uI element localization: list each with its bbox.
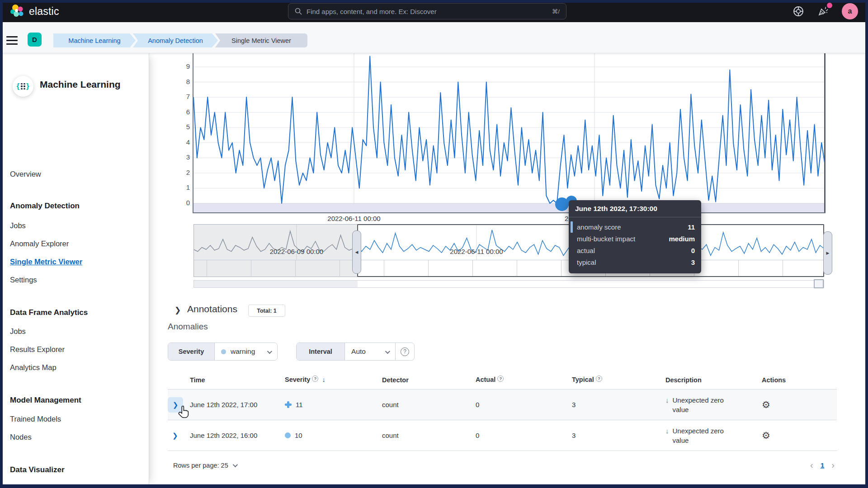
page-number-1[interactable]: 1 [821,461,825,469]
question-icon: ? [497,375,504,382]
cell-detector: count [382,432,476,439]
model-bounds-band [193,203,825,212]
tooltip-severity-bar [571,221,573,233]
arrow-down-icon: ↓ [665,427,669,435]
mouse-hand-cursor [177,406,190,419]
x-axis-line [193,212,826,213]
warning-severity-dot-icon [285,432,291,438]
help-lifering-icon [793,5,804,17]
expand-row-button[interactable]: ❯ [172,432,178,439]
sidebar-item-overview[interactable]: Overview [10,170,41,178]
cell-time: June 12th 2022, 17:00 [190,401,285,408]
sidebar-item-nodes[interactable]: Nodes [10,433,32,441]
app-window: elastic Find apps, content, and more. Ex… [0,0,868,488]
tooltip-title: June 12th 2022, 17:30:00 [569,200,701,217]
rows-per-page-button[interactable]: Rows per page: 25 [173,462,236,469]
scroll-strip-masked [194,281,358,287]
window-border-bottom [0,484,868,488]
prev-page-button[interactable]: ‹ [810,460,813,470]
col-severity[interactable]: Severity? ↓ [285,376,382,384]
sidebar-item-ad-jobs[interactable]: Jobs [10,221,26,230]
swimlane-cell-border [340,260,340,277]
swimlane-cell-border [207,260,207,277]
chart-right-border [824,53,826,213]
main-timeseries-chart[interactable] [193,53,825,212]
y-tick-label: 1 [173,183,190,191]
col-actual[interactable]: Actual? [476,376,572,384]
sidebar-item-results-explorer[interactable]: Results Explorer [10,345,65,354]
col-time[interactable]: Time [190,376,285,384]
breadcrumb-machine-learning[interactable]: Machine Learning [53,33,136,47]
cell-severity: 10 [285,432,382,439]
y-tick-label: 3 [173,153,190,161]
tooltip-row-actual: actual 0 [577,244,695,256]
machine-learning-app-icon: {} [13,76,33,97]
breadcrumb-anomaly-detection[interactable]: Anomaly Detection [133,33,218,47]
y-tick-label: 9 [173,62,190,70]
col-description: Description [665,376,762,384]
breadcrumb-single-metric-viewer: Single Metric Viewer [215,33,307,47]
severity-filter-label: Severity [168,343,215,360]
anomaly-row-2: ❯ June 12th 2022, 16:00 10 count 0 3 ↓Un… [168,420,837,451]
anomalies-heading: Anomalies [168,322,208,332]
cell-typical: 3 [572,401,665,408]
y-tick-label: 4 [173,138,190,146]
sidebar-heading-model-management: Model Management [10,396,81,405]
cell-actual: 0 [476,401,572,408]
interval-filter-select[interactable]: Auto [345,343,395,360]
cell-detector: count [382,401,476,408]
ml-sidebar: {} Machine Learning Overview Anomaly Det… [3,53,149,485]
menu-hamburger-button[interactable] [6,36,18,47]
annotations-expand-chevron[interactable]: ❯ [175,305,181,315]
brush-left-handle[interactable]: ◀ [352,230,361,274]
help-button[interactable] [792,5,805,18]
pagination: ‹ 1 › [810,460,835,470]
arrow-down-icon: ↓ [665,396,669,404]
cell-description: ↓Unexpected zero value [665,426,762,445]
row-actions-gear-icon[interactable]: ⚙ [762,399,770,410]
sidebar-item-anomaly-explorer[interactable]: Anomaly Explorer [10,239,69,248]
x-tick-label-1: 2022-06-11 00:00 [318,215,390,222]
sidebar-item-single-metric-viewer[interactable]: Single Metric Viewer [10,258,82,266]
y-tick-label: 6 [173,108,190,116]
scroll-strip[interactable] [193,280,824,288]
anomaly-row-1: ❯ June 12th 2022, 17:00 11 count 0 3 ↓Un… [168,389,837,420]
sidebar-heading-data-visualizer: Data Visualizer [10,465,65,474]
sidebar-item-analytics-map[interactable]: Analytics Map [10,363,57,372]
interval-filter-group: Interval Auto ? [296,343,415,361]
question-icon: ? [312,375,318,382]
party-popper-icon [817,5,829,17]
top-header-bar: elastic Find apps, content, and more. Ex… [0,0,868,22]
severity-filter-select[interactable]: warning [215,343,277,360]
elastic-logo[interactable]: elastic [10,4,59,19]
window-border-right [865,0,868,488]
cell-actual: 0 [476,432,572,439]
anomalies-table: Time Severity? ↓ Detector Actual? Typica… [168,371,837,451]
search-placeholder: Find apps, content, and more. Ex: Discov… [307,8,552,15]
row-actions-gear-icon[interactable]: ⚙ [762,430,770,441]
global-search-input[interactable]: Find apps, content, and more. Ex: Discov… [288,3,566,19]
col-actions: Actions [762,376,837,384]
col-typical[interactable]: Typical? [572,376,665,384]
col-detector[interactable]: Detector [382,376,476,384]
sidebar-title: Machine Learning [40,79,121,90]
chevron-down-icon [232,462,237,467]
sidebar-item-trained-models[interactable]: Trained Models [10,415,61,423]
search-icon [295,8,302,15]
swimlane-cell-border [251,260,251,277]
chevron-down-icon [267,349,272,354]
y-axis-line [193,53,193,213]
sort-desc-icon[interactable]: ↓ [322,376,326,383]
next-page-button[interactable]: › [831,460,835,470]
cell-description: ↓Unexpected zero value [665,395,762,414]
anomaly-tooltip: June 12th 2022, 17:30:00 anomaly score 1… [569,200,701,273]
annotations-label[interactable]: Annotations [187,304,237,314]
user-avatar[interactable]: a [842,3,858,19]
deployment-badge[interactable]: D [28,33,42,47]
sidebar-item-dfa-jobs[interactable]: Jobs [10,327,26,336]
scroll-strip-thumb[interactable] [814,279,824,288]
interval-help-button[interactable]: ? [395,343,414,360]
y-tick-label: 8 [173,78,190,85]
brush-right-handle[interactable]: ▶ [823,231,832,275]
sidebar-item-settings[interactable]: Settings [10,276,37,284]
